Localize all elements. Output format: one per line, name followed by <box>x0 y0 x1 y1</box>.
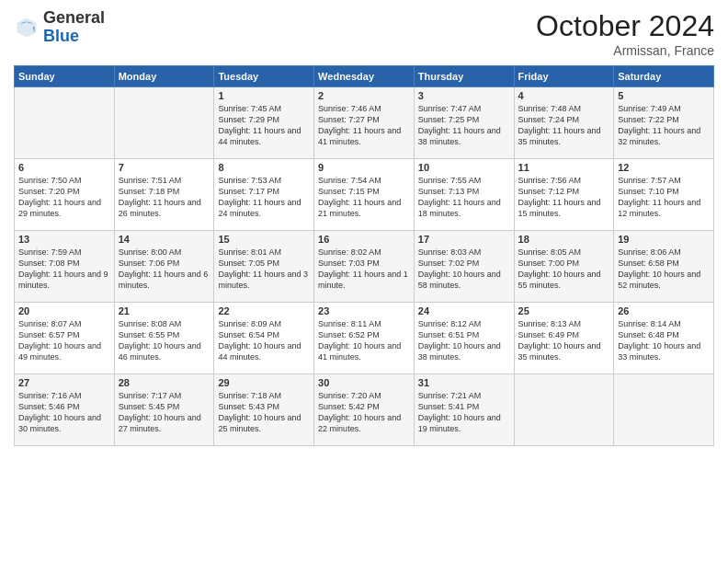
day-number: 6 <box>18 162 110 173</box>
header-friday: Friday <box>514 66 614 87</box>
calendar-cell: 21Sunrise: 8:08 AMSunset: 6:55 PMDayligh… <box>114 303 214 374</box>
cell-content: Sunrise: 8:05 AMSunset: 7:00 PMDaylight:… <box>518 247 610 292</box>
calendar-cell <box>614 374 714 446</box>
day-number: 4 <box>518 90 610 101</box>
cell-content: Sunrise: 7:56 AMSunset: 7:12 PMDaylight:… <box>518 175 610 220</box>
cell-content: Sunrise: 7:17 AMSunset: 5:45 PMDaylight:… <box>119 390 210 435</box>
cell-content: Sunrise: 8:14 AMSunset: 6:48 PMDaylight:… <box>618 318 710 363</box>
header-saturday: Saturday <box>614 66 714 87</box>
cell-content: Sunrise: 8:07 AMSunset: 6:57 PMDaylight:… <box>18 318 110 363</box>
cell-content: Sunrise: 8:12 AMSunset: 6:51 PMDaylight:… <box>418 318 510 363</box>
calendar-cell: 7Sunrise: 7:51 AMSunset: 7:18 PMDaylight… <box>114 159 214 231</box>
week-row-1: 1Sunrise: 7:45 AMSunset: 7:29 PMDaylight… <box>15 87 714 159</box>
calendar-cell: 22Sunrise: 8:09 AMSunset: 6:54 PMDayligh… <box>214 303 314 374</box>
calendar-cell: 29Sunrise: 7:18 AMSunset: 5:43 PMDayligh… <box>214 374 314 446</box>
cell-content: Sunrise: 8:09 AMSunset: 6:54 PMDaylight:… <box>218 318 310 363</box>
day-number: 9 <box>318 162 410 173</box>
logo-icon <box>14 15 40 40</box>
day-number: 29 <box>218 377 310 388</box>
cell-content: Sunrise: 8:06 AMSunset: 6:58 PMDaylight:… <box>618 247 710 292</box>
day-number: 15 <box>218 234 310 245</box>
days-header-row: SundayMondayTuesdayWednesdayThursdayFrid… <box>15 66 714 87</box>
week-row-4: 20Sunrise: 8:07 AMSunset: 6:57 PMDayligh… <box>15 303 714 374</box>
cell-content: Sunrise: 7:21 AMSunset: 5:41 PMDaylight:… <box>418 390 510 435</box>
cell-content: Sunrise: 7:51 AMSunset: 7:18 PMDaylight:… <box>119 175 210 220</box>
day-number: 2 <box>318 90 410 101</box>
day-number: 31 <box>418 377 510 388</box>
calendar-cell: 23Sunrise: 8:11 AMSunset: 6:52 PMDayligh… <box>314 303 415 374</box>
header-wednesday: Wednesday <box>314 66 415 87</box>
cell-content: Sunrise: 7:16 AMSunset: 5:46 PMDaylight:… <box>18 390 110 435</box>
day-number: 19 <box>618 234 710 245</box>
cell-content: Sunrise: 7:46 AMSunset: 7:27 PMDaylight:… <box>318 103 410 148</box>
day-number: 1 <box>218 90 310 101</box>
calendar-cell: 11Sunrise: 7:56 AMSunset: 7:12 PMDayligh… <box>514 159 614 231</box>
cell-content: Sunrise: 7:20 AMSunset: 5:42 PMDaylight:… <box>318 390 410 435</box>
header-monday: Monday <box>114 66 214 87</box>
logo: General Blue <box>14 9 105 46</box>
day-number: 22 <box>218 305 310 316</box>
cell-content: Sunrise: 7:53 AMSunset: 7:17 PMDaylight:… <box>218 175 310 220</box>
cell-content: Sunrise: 8:11 AMSunset: 6:52 PMDaylight:… <box>318 318 410 363</box>
header: General Blue October 2024 Armissan, Fran… <box>14 9 714 58</box>
cell-content: Sunrise: 7:59 AMSunset: 7:08 PMDaylight:… <box>18 247 110 292</box>
cell-content: Sunrise: 8:03 AMSunset: 7:02 PMDaylight:… <box>418 247 510 292</box>
day-number: 27 <box>18 377 110 388</box>
page: General Blue October 2024 Armissan, Fran… <box>0 0 728 563</box>
calendar-cell: 25Sunrise: 8:13 AMSunset: 6:49 PMDayligh… <box>514 303 614 374</box>
day-number: 26 <box>618 305 710 316</box>
calendar-cell: 12Sunrise: 7:57 AMSunset: 7:10 PMDayligh… <box>614 159 714 231</box>
day-number: 28 <box>119 377 210 388</box>
subtitle: Armissan, France <box>536 43 714 58</box>
calendar-cell: 14Sunrise: 8:00 AMSunset: 7:06 PMDayligh… <box>114 231 214 303</box>
header-tuesday: Tuesday <box>214 66 314 87</box>
day-number: 14 <box>119 234 210 245</box>
calendar-cell: 5Sunrise: 7:49 AMSunset: 7:22 PMDaylight… <box>614 87 714 159</box>
day-number: 5 <box>618 90 710 101</box>
day-number: 7 <box>119 162 210 173</box>
day-number: 21 <box>119 305 210 316</box>
calendar-cell: 3Sunrise: 7:47 AMSunset: 7:25 PMDaylight… <box>414 87 514 159</box>
cell-content: Sunrise: 7:47 AMSunset: 7:25 PMDaylight:… <box>418 103 510 148</box>
cell-content: Sunrise: 7:55 AMSunset: 7:13 PMDaylight:… <box>418 175 510 220</box>
calendar-cell: 26Sunrise: 8:14 AMSunset: 6:48 PMDayligh… <box>614 303 714 374</box>
calendar-cell: 4Sunrise: 7:48 AMSunset: 7:24 PMDaylight… <box>514 87 614 159</box>
day-number: 3 <box>418 90 510 101</box>
day-number: 24 <box>418 305 510 316</box>
day-number: 23 <box>318 305 410 316</box>
calendar-cell: 13Sunrise: 7:59 AMSunset: 7:08 PMDayligh… <box>15 231 115 303</box>
day-number: 12 <box>618 162 710 173</box>
cell-content: Sunrise: 8:02 AMSunset: 7:03 PMDaylight:… <box>318 247 410 292</box>
calendar-cell: 8Sunrise: 7:53 AMSunset: 7:17 PMDaylight… <box>214 159 314 231</box>
header-thursday: Thursday <box>414 66 514 87</box>
cell-content: Sunrise: 7:45 AMSunset: 7:29 PMDaylight:… <box>218 103 310 148</box>
calendar-cell: 31Sunrise: 7:21 AMSunset: 5:41 PMDayligh… <box>414 374 514 446</box>
calendar-cell: 17Sunrise: 8:03 AMSunset: 7:02 PMDayligh… <box>414 231 514 303</box>
calendar-cell: 27Sunrise: 7:16 AMSunset: 5:46 PMDayligh… <box>15 374 115 446</box>
day-number: 20 <box>18 305 110 316</box>
calendar-cell: 15Sunrise: 8:01 AMSunset: 7:05 PMDayligh… <box>214 231 314 303</box>
month-title: October 2024 <box>536 9 714 43</box>
calendar-cell: 1Sunrise: 7:45 AMSunset: 7:29 PMDaylight… <box>214 87 314 159</box>
calendar-cell: 28Sunrise: 7:17 AMSunset: 5:45 PMDayligh… <box>114 374 214 446</box>
day-number: 13 <box>18 234 110 245</box>
cell-content: Sunrise: 7:18 AMSunset: 5:43 PMDaylight:… <box>218 390 310 435</box>
cell-content: Sunrise: 7:50 AMSunset: 7:20 PMDaylight:… <box>18 175 110 220</box>
cell-content: Sunrise: 7:49 AMSunset: 7:22 PMDaylight:… <box>618 103 710 148</box>
cell-content: Sunrise: 8:01 AMSunset: 7:05 PMDaylight:… <box>218 247 310 292</box>
cell-content: Sunrise: 8:13 AMSunset: 6:49 PMDaylight:… <box>518 318 610 363</box>
calendar-cell <box>514 374 614 446</box>
cell-content: Sunrise: 7:57 AMSunset: 7:10 PMDaylight:… <box>618 175 710 220</box>
logo-blue: Blue <box>43 27 79 45</box>
calendar-cell: 6Sunrise: 7:50 AMSunset: 7:20 PMDaylight… <box>15 159 115 231</box>
day-number: 25 <box>518 305 610 316</box>
day-number: 10 <box>418 162 510 173</box>
day-number: 11 <box>518 162 610 173</box>
cell-content: Sunrise: 8:08 AMSunset: 6:55 PMDaylight:… <box>119 318 210 363</box>
calendar-cell: 16Sunrise: 8:02 AMSunset: 7:03 PMDayligh… <box>314 231 415 303</box>
calendar-cell <box>15 87 115 159</box>
calendar-cell: 20Sunrise: 8:07 AMSunset: 6:57 PMDayligh… <box>15 303 115 374</box>
day-number: 18 <box>518 234 610 245</box>
calendar-cell: 30Sunrise: 7:20 AMSunset: 5:42 PMDayligh… <box>314 374 415 446</box>
calendar-cell: 24Sunrise: 8:12 AMSunset: 6:51 PMDayligh… <box>414 303 514 374</box>
